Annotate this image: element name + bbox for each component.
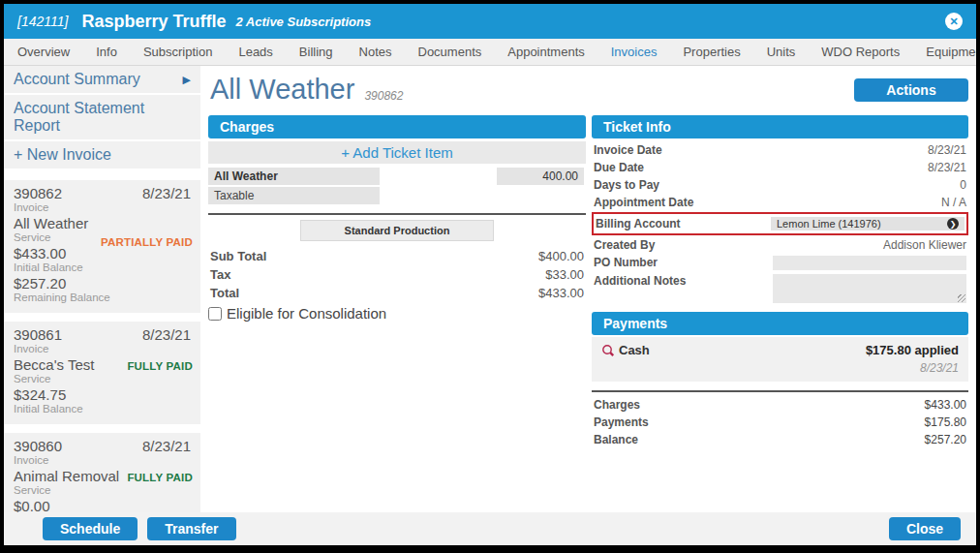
page-title-invoice-number: 390862 bbox=[364, 89, 403, 103]
chevron-right-icon: ▶ bbox=[183, 74, 191, 86]
invoice-card[interactable]: 390862 8/23/21 Invoice All Weather Servi… bbox=[4, 180, 200, 313]
add-ticket-item-button[interactable]: + Add Ticket Item bbox=[208, 141, 586, 164]
charge-item-tax-field[interactable]: Taxable bbox=[208, 187, 380, 204]
tab-equipment[interactable]: Equipment bbox=[926, 45, 976, 59]
days-to-pay-value: 0 bbox=[960, 178, 966, 192]
tab-subscription[interactable]: Subscription bbox=[143, 45, 213, 59]
initial-balance-label: Initial Balance bbox=[14, 261, 191, 273]
close-button[interactable]: Close bbox=[889, 517, 961, 540]
tab-billing[interactable]: Billing bbox=[299, 45, 333, 59]
invoice-date-label: Invoice Date bbox=[594, 143, 662, 157]
actions-button[interactable]: Actions bbox=[854, 78, 968, 102]
titlebar: [142111] Raspberry Truffle 2 Active Subs… bbox=[4, 4, 976, 39]
payment-date: 8/23/21 bbox=[601, 361, 959, 375]
status-badge: FULLY PAID bbox=[127, 472, 193, 483]
payments-panel-header: Payments bbox=[592, 312, 968, 335]
total-value: $433.00 bbox=[538, 286, 584, 300]
magnifier-icon[interactable] bbox=[601, 344, 615, 357]
main-panel: All Weather 390862 Actions Charges + Add… bbox=[200, 66, 976, 512]
invoice-card[interactable]: 390860 8/23/21 Invoice Animal Removal Se… bbox=[4, 433, 200, 512]
account-id: [142111] bbox=[17, 14, 68, 29]
due-date-value: 8/23/21 bbox=[928, 161, 966, 174]
invoice-card[interactable]: 390861 8/23/21 Invoice Becca's Test Serv… bbox=[4, 322, 200, 424]
status-badge: FULLY PAID bbox=[127, 360, 193, 372]
charges-summary-label: Charges bbox=[594, 398, 640, 412]
sidebar: Account Summary ▶ Account Statement Repo… bbox=[4, 66, 200, 512]
remaining-balance-label: Remaining Balance bbox=[14, 292, 191, 303]
footer-bar: Schedule Transfer Close bbox=[4, 512, 976, 545]
payment-entry[interactable]: Cash $175.80 applied 8/23/21 bbox=[592, 337, 968, 382]
payments-summary-value: $175.80 bbox=[925, 415, 966, 429]
remaining-balance-value: $257.20 bbox=[14, 275, 191, 292]
payment-method: Cash bbox=[619, 343, 650, 357]
tax-label: Tax bbox=[210, 267, 230, 282]
sidebar-item-account-summary[interactable]: Account Summary ▶ bbox=[4, 66, 200, 93]
initial-balance-label: Initial Balance bbox=[14, 403, 191, 415]
schedule-button[interactable]: Schedule bbox=[43, 517, 138, 540]
resize-handle-icon[interactable] bbox=[958, 294, 965, 302]
invoice-service-name: All Weather bbox=[14, 215, 191, 231]
app-window: [142111] Raspberry Truffle 2 Active Subs… bbox=[4, 4, 976, 545]
invoice-date: 8/23/21 bbox=[142, 326, 191, 343]
invoice-date-value: 8/23/21 bbox=[928, 143, 966, 157]
days-to-pay-label: Days to Pay bbox=[594, 178, 659, 192]
balance-summary-value: $257.20 bbox=[925, 433, 966, 446]
po-number-label: PO Number bbox=[594, 256, 658, 269]
initial-balance-value: $324.75 bbox=[14, 386, 191, 403]
balance-summary-label: Balance bbox=[594, 433, 638, 446]
service-label: Service bbox=[14, 373, 191, 384]
account-statement-report-label: Account Statement Report bbox=[14, 100, 191, 135]
invoice-label: Invoice bbox=[14, 201, 191, 213]
subtotal-value: $400.00 bbox=[538, 249, 584, 263]
sidebar-item-account-statement-report[interactable]: Account Statement Report bbox=[4, 95, 200, 139]
initial-balance-value: $0.00 bbox=[14, 498, 191, 512]
tab-wdo-reports[interactable]: WDO Reports bbox=[821, 45, 900, 59]
tab-invoices[interactable]: Invoices bbox=[611, 45, 658, 59]
billing-account-field[interactable]: Lemon Lime (141976) ❯ bbox=[771, 217, 965, 230]
tab-notes[interactable]: Notes bbox=[359, 45, 392, 59]
service-label: Service bbox=[14, 484, 191, 496]
divider bbox=[592, 390, 968, 392]
billing-account-label: Billing Account bbox=[596, 217, 681, 230]
tab-leads[interactable]: Leads bbox=[238, 45, 272, 59]
account-name: Raspberry Truffle bbox=[81, 12, 226, 32]
nav-bar: Overview Info Subscription Leads Billing… bbox=[4, 39, 976, 66]
tab-info[interactable]: Info bbox=[96, 45, 117, 59]
invoice-date: 8/23/21 bbox=[142, 185, 191, 201]
account-summary-label: Account Summary bbox=[14, 71, 140, 88]
po-number-input[interactable] bbox=[773, 256, 966, 270]
additional-notes-textarea[interactable] bbox=[773, 274, 966, 303]
transfer-button[interactable]: Transfer bbox=[147, 517, 235, 540]
page-title: All Weather bbox=[210, 74, 354, 106]
ticket-info-panel-header: Ticket Info bbox=[592, 115, 968, 138]
created-by-value: Addison Kliewer bbox=[883, 238, 966, 252]
tax-value: $33.00 bbox=[545, 267, 584, 282]
invoice-label: Invoice bbox=[14, 343, 191, 354]
tab-units[interactable]: Units bbox=[767, 45, 796, 59]
payment-amount: $175.80 applied bbox=[866, 343, 959, 357]
additional-notes-label: Additional Notes bbox=[594, 274, 686, 288]
eligible-consolidation-checkbox[interactable] bbox=[208, 307, 222, 321]
status-badge: PARTIALLY PAID bbox=[101, 236, 193, 248]
due-date-label: Due Date bbox=[594, 161, 644, 174]
charge-item-amount-field[interactable]: 400.00 bbox=[497, 168, 584, 185]
billing-account-row-highlight: Billing Account Lemon Lime (141976) ❯ bbox=[592, 212, 968, 235]
close-icon[interactable]: ✕ bbox=[945, 13, 963, 30]
tab-appointments[interactable]: Appointments bbox=[507, 45, 585, 59]
charge-item-name-field[interactable]: All Weather bbox=[208, 168, 380, 185]
standard-production-button[interactable]: Standard Production bbox=[300, 220, 494, 241]
invoice-label: Invoice bbox=[14, 454, 191, 466]
appointment-date-value: N / A bbox=[941, 196, 966, 209]
billing-account-value: Lemon Lime (141976) bbox=[777, 218, 881, 230]
sidebar-item-new-invoice[interactable]: + New Invoice bbox=[4, 141, 200, 169]
active-subscriptions-label: 2 Active Subscriptions bbox=[235, 15, 371, 29]
subtotal-label: Sub Total bbox=[210, 249, 266, 263]
circle-arrow-right-icon[interactable]: ❯ bbox=[947, 218, 959, 230]
appointment-date-label: Appointment Date bbox=[594, 196, 693, 209]
tab-documents[interactable]: Documents bbox=[418, 45, 482, 59]
tab-overview[interactable]: Overview bbox=[17, 45, 70, 59]
total-label: Total bbox=[210, 286, 239, 300]
charges-summary-value: $433.00 bbox=[925, 398, 966, 412]
tab-properties[interactable]: Properties bbox=[683, 45, 740, 59]
payments-summary-label: Payments bbox=[594, 415, 649, 429]
